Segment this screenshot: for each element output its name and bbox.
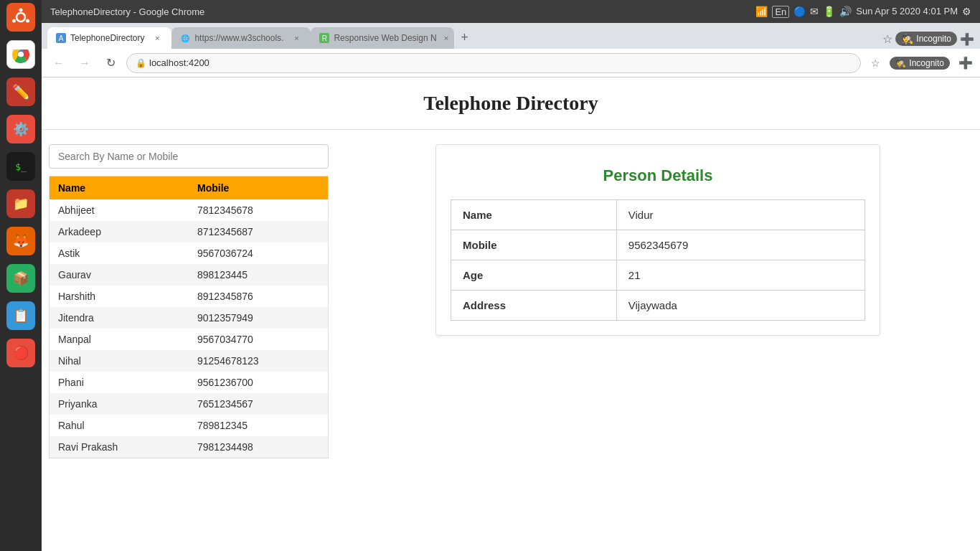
profile-plus-icon[interactable]: ➕	[958, 56, 973, 70]
svg-point-4	[12, 19, 16, 23]
table-row[interactable]: Jitendra9012357949	[50, 307, 328, 329]
bookmark-star-icon[interactable]: ☆	[867, 55, 884, 72]
cell-name: Rahul	[50, 415, 189, 436]
tab-close-3[interactable]: ×	[444, 32, 448, 44]
wifi-icon: 📶	[755, 6, 768, 18]
svg-point-3	[26, 19, 29, 23]
ubuntu-icon[interactable]	[6, 3, 35, 32]
cell-mobile: 8712345687	[189, 221, 328, 242]
cell-name: Astik	[50, 242, 189, 264]
detail-label: Name	[451, 200, 617, 230]
app-header: Telephone Directory	[42, 77, 980, 130]
language-indicator: En	[772, 6, 789, 18]
detail-row: Age21	[451, 260, 865, 291]
detail-value: 21	[616, 260, 864, 291]
url-bar[interactable]: 🔒 localhost:4200	[126, 53, 861, 73]
table-row[interactable]: Ravi Prakash7981234498	[50, 436, 328, 458]
incognito-icon: 🕵	[901, 33, 913, 44]
table-row[interactable]: Abhijeet7812345678	[50, 199, 328, 221]
cell-mobile: 789812345	[189, 415, 328, 436]
cell-mobile: 7812345678	[189, 199, 328, 221]
tab-label-1: TelephoneDirectory	[70, 33, 144, 43]
svg-point-2	[19, 9, 23, 12]
detail-value: 9562345679	[616, 230, 864, 260]
new-tab-button[interactable]: +	[454, 27, 474, 47]
text-editor-icon[interactable]: ✏️	[6, 77, 35, 106]
installer-icon[interactable]: 📦	[6, 264, 35, 293]
detail-row: NameVidur	[451, 200, 865, 230]
detail-label: Address	[451, 291, 617, 321]
cell-name: Jitendra	[50, 307, 189, 329]
cell-name: Ravi Prakash	[50, 436, 189, 458]
search-input[interactable]	[49, 144, 329, 169]
detail-value: Vidur	[616, 200, 864, 230]
incognito-button[interactable]: 🕵 Incognito	[895, 32, 957, 46]
tab-close-1[interactable]: ×	[151, 32, 163, 44]
cell-name: Arkadeep	[50, 221, 189, 242]
package-manager-icon[interactable]: 📋	[6, 301, 35, 330]
table-body: Abhijeet7812345678Arkadeep8712345687Asti…	[50, 199, 328, 458]
col-header-name: Name	[50, 176, 189, 199]
chrome-icon[interactable]	[6, 40, 35, 69]
left-panel: Name Mobile Abhijeet7812345678Arkadeep87…	[49, 144, 329, 458]
cell-mobile: 7981234498	[189, 436, 328, 458]
cell-mobile: 7651234567	[189, 393, 328, 415]
cell-mobile: 9567034770	[189, 329, 328, 350]
cell-name: Manpal	[50, 329, 189, 350]
cell-mobile: 91254678123	[189, 350, 328, 372]
cell-name: Harshith	[50, 286, 189, 307]
title-bar: TelephoneDirectory - Google Chrome 📶 En …	[42, 0, 980, 23]
clock: Sun Apr 5 2020 4:01 PM	[856, 6, 958, 18]
tab-close-2[interactable]: ×	[291, 32, 302, 44]
detail-label: Mobile	[451, 230, 617, 260]
person-details-card: Person Details NameVidurMobile9562345679…	[435, 144, 880, 336]
profile-add-icon[interactable]: ➕	[960, 32, 974, 46]
col-header-mobile: Mobile	[189, 176, 328, 199]
table-row[interactable]: Nihal91254678123	[50, 350, 328, 372]
browser-area: TelephoneDirectory - Google Chrome 📶 En …	[42, 0, 980, 551]
cell-mobile: 898123445	[189, 264, 328, 286]
cell-name: Abhijeet	[50, 199, 189, 221]
page-content: Telephone Directory Name Mobile Abhijeet…	[42, 77, 980, 551]
table-row[interactable]: Manpal9567034770	[50, 329, 328, 350]
address-bar: ← → ↻ 🔒 localhost:4200 ☆ 🕵 Incognito ➕	[42, 49, 980, 77]
volume-icon: 🔊	[839, 6, 852, 18]
right-panel: Person Details NameVidurMobile9562345679…	[343, 144, 973, 336]
tab-w3schools[interactable]: 🌐 https://www.w3schools. ×	[171, 27, 311, 49]
table-row[interactable]: Rahul789812345	[50, 415, 328, 436]
detail-row: AddressVijaywada	[451, 291, 865, 321]
firefox-icon[interactable]: 🦊	[6, 227, 35, 255]
detail-label: Age	[451, 260, 617, 291]
back-button[interactable]: ←	[49, 53, 69, 73]
settings-icon: ⚙	[962, 6, 971, 18]
tab-favicon-3: R	[319, 33, 329, 43]
incognito-badge-label: Incognito	[909, 58, 944, 68]
cell-name: Priyanka	[50, 393, 189, 415]
tab-label-3: Responsive Web Design N	[334, 33, 436, 43]
cell-name: Phani	[50, 372, 189, 393]
table-row[interactable]: Arkadeep8712345687	[50, 221, 328, 242]
email-icon: ✉	[810, 6, 819, 18]
system-settings-icon[interactable]: ⚙️	[6, 115, 35, 143]
tab-responsive[interactable]: R Responsive Web Design N ×	[311, 27, 454, 49]
misc-app-icon[interactable]: 🔴	[6, 339, 35, 367]
person-details-table: NameVidurMobile9562345679Age21AddressVij…	[451, 199, 865, 321]
forward-button[interactable]: →	[75, 53, 95, 73]
table-row[interactable]: Harshith8912345876	[50, 286, 328, 307]
incognito-badge[interactable]: 🕵 Incognito	[890, 57, 950, 70]
cell-mobile: 9012357949	[189, 307, 328, 329]
tab-bar: A TelephoneDirectory × 🌐 https://www.w3s…	[42, 23, 980, 49]
details-body: NameVidurMobile9562345679Age21AddressVij…	[451, 200, 865, 321]
tab-label-2: https://www.w3schools.	[194, 33, 283, 43]
tab-telephone-directory[interactable]: A TelephoneDirectory ×	[47, 27, 171, 49]
terminal-icon[interactable]: $_	[6, 152, 35, 181]
table-row[interactable]: Phani9561236700	[50, 372, 328, 393]
bookmark-icon[interactable]: ☆	[882, 32, 892, 46]
file-manager-icon[interactable]: 📁	[6, 189, 35, 218]
table-row[interactable]: Priyanka7651234567	[50, 393, 328, 415]
table-row[interactable]: Gaurav898123445	[50, 264, 328, 286]
table-row[interactable]: Astik9567036724	[50, 242, 328, 264]
reload-button[interactable]: ↻	[100, 53, 121, 73]
person-details-title: Person Details	[451, 166, 865, 185]
bluetooth-icon: 🔵	[793, 6, 806, 18]
